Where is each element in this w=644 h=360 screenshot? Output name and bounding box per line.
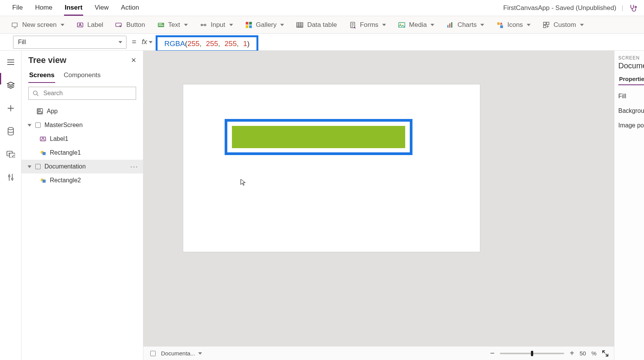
app-checker-icon[interactable] bbox=[629, 4, 637, 12]
tree-search-input[interactable] bbox=[43, 89, 132, 97]
tree-node-more-button[interactable]: ··· bbox=[130, 163, 138, 171]
zoom-out-button[interactable]: − bbox=[490, 349, 495, 358]
forms-button-label: Forms bbox=[360, 21, 378, 29]
svg-point-30 bbox=[33, 91, 37, 95]
left-rail bbox=[0, 51, 21, 360]
text-button[interactable]: Text bbox=[157, 19, 189, 31]
formula-token-n2: 255 bbox=[206, 40, 218, 48]
icons-button[interactable]: Icons bbox=[496, 19, 531, 31]
menu-insert[interactable]: Insert bbox=[64, 0, 83, 16]
chevron-down-icon bbox=[149, 41, 153, 43]
property-dropdown[interactable]: Fill bbox=[13, 36, 127, 49]
app-icon bbox=[37, 108, 43, 114]
fit-to-window-button[interactable] bbox=[602, 350, 609, 357]
custom-button[interactable]: Custom bbox=[542, 19, 585, 31]
input-icon bbox=[200, 21, 207, 28]
svg-point-0 bbox=[635, 6, 637, 8]
rail-tree-view-button[interactable] bbox=[3, 79, 18, 91]
tree-node-label1[interactable]: Label1 bbox=[21, 132, 143, 146]
formula-bar: Fill = fx RGBA(255, 255, 255, 1) bbox=[0, 34, 644, 51]
properties-tab[interactable]: Properties bbox=[618, 74, 644, 85]
rectangle-control[interactable] bbox=[232, 126, 405, 148]
tab-screens[interactable]: Screens bbox=[28, 69, 55, 83]
property-dropdown-label: Fill bbox=[18, 39, 26, 46]
chevron-down-icon bbox=[280, 24, 284, 26]
input-button[interactable]: Input bbox=[199, 19, 234, 31]
rail-tools-button[interactable] bbox=[3, 171, 18, 183]
svg-rect-18 bbox=[449, 23, 450, 28]
search-icon bbox=[33, 90, 39, 96]
selection-highlight bbox=[225, 119, 412, 155]
tree-node-app[interactable]: App bbox=[21, 104, 143, 118]
fx-button[interactable]: fx bbox=[142, 38, 153, 46]
divider: | bbox=[622, 4, 623, 12]
rail-media-button[interactable] bbox=[3, 148, 18, 160]
menu-bar: File Home Insert View Action FirstCanvas… bbox=[0, 0, 644, 16]
tree-node-rectangle1[interactable]: Rectangle1 bbox=[21, 146, 143, 160]
rail-data-button[interactable] bbox=[3, 125, 18, 137]
screen-icon bbox=[150, 351, 156, 356]
label-button[interactable]: Label bbox=[76, 19, 104, 31]
tab-components[interactable]: Components bbox=[63, 69, 101, 83]
menu-file[interactable]: File bbox=[12, 0, 23, 16]
menu-action[interactable]: Action bbox=[120, 0, 140, 16]
button-icon bbox=[115, 21, 122, 28]
formula-input-highlight: RGBA(255, 255, 255, 1) bbox=[156, 35, 258, 52]
layers-icon bbox=[7, 81, 15, 89]
tree-tabs: Screens Components bbox=[21, 68, 143, 83]
svg-point-28 bbox=[8, 175, 10, 177]
zoom-thumb[interactable] bbox=[531, 351, 533, 356]
tree-node-label: Rectangle1 bbox=[50, 149, 81, 156]
data-table-button[interactable]: Data table bbox=[296, 19, 338, 31]
label-icon bbox=[77, 21, 84, 28]
formula-token-close: ) bbox=[247, 40, 250, 48]
prop-fill[interactable]: Fill bbox=[618, 93, 644, 100]
status-bar: Documenta... − + 50 % bbox=[143, 346, 614, 360]
gallery-icon bbox=[245, 21, 252, 28]
button-button[interactable]: Button bbox=[115, 19, 146, 31]
zoom-in-button[interactable]: + bbox=[570, 349, 574, 358]
zoom-slider[interactable] bbox=[500, 353, 564, 354]
forms-button[interactable]: Forms bbox=[348, 19, 387, 31]
shape-node-icon bbox=[40, 150, 46, 156]
prop-image-pos[interactable]: Image posi bbox=[618, 122, 644, 129]
svg-rect-10 bbox=[249, 22, 252, 25]
formula-input[interactable]: RGBA(255, 255, 255, 1) bbox=[164, 39, 250, 48]
tree-node-label: MasterScreen bbox=[44, 122, 83, 129]
icons-button-label: Icons bbox=[507, 21, 523, 29]
formula-token-c2: , bbox=[218, 40, 220, 48]
rail-hamburger-button[interactable] bbox=[3, 56, 18, 68]
new-screen-icon bbox=[12, 21, 18, 28]
prop-background[interactable]: Background bbox=[618, 107, 644, 114]
chevron-down-icon bbox=[229, 24, 233, 26]
screen-artboard[interactable] bbox=[183, 84, 480, 252]
tree-node-rectangle2[interactable]: Rectangle2 bbox=[21, 173, 143, 187]
svg-point-25 bbox=[8, 127, 13, 130]
close-panel-button[interactable]: × bbox=[131, 56, 136, 64]
rail-insert-button[interactable] bbox=[3, 102, 18, 114]
menu-home[interactable]: Home bbox=[34, 0, 53, 16]
tree-search-box[interactable] bbox=[28, 87, 136, 100]
charts-button[interactable]: Charts bbox=[446, 19, 485, 31]
tree-node-label: Documentation bbox=[44, 163, 86, 170]
menu-view[interactable]: View bbox=[94, 0, 110, 16]
chevron-down-icon bbox=[184, 24, 188, 26]
status-screen-dropdown[interactable]: Documenta... bbox=[161, 350, 202, 357]
forms-icon bbox=[349, 21, 356, 28]
chevron-down-icon bbox=[118, 41, 122, 43]
app-title-area: FirstCanvasApp - Saved (Unpublished) | bbox=[503, 4, 637, 12]
svg-rect-12 bbox=[249, 25, 252, 28]
chevron-down-icon bbox=[527, 24, 531, 26]
canvas-area[interactable]: Documenta... − + 50 % bbox=[143, 51, 614, 360]
svg-rect-11 bbox=[246, 25, 248, 28]
screen-icon bbox=[35, 122, 41, 128]
formula-token-n1: 255 bbox=[187, 40, 200, 48]
gallery-button[interactable]: Gallery bbox=[245, 19, 285, 31]
new-screen-button[interactable]: New screen bbox=[11, 19, 65, 31]
media-button[interactable]: Media bbox=[398, 19, 435, 31]
database-icon bbox=[7, 127, 14, 135]
tree-node-masterscreen[interactable]: MasterScreen bbox=[21, 118, 143, 132]
tree-node-documentation[interactable]: Documentation ··· bbox=[21, 160, 143, 173]
menu-items: File Home Insert View Action bbox=[12, 0, 140, 16]
icons-icon bbox=[496, 21, 503, 28]
